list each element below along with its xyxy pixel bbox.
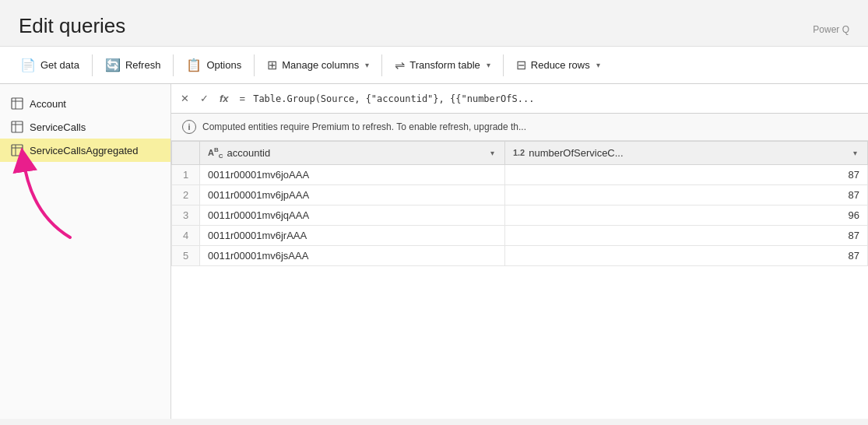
fx-button[interactable]: fx [216, 91, 232, 106]
table-row: 20011r00001mv6jpAAA87 [172, 184, 868, 205]
reduce-rows-label: Reduce rows [531, 59, 590, 71]
cancel-formula-button[interactable]: ✕ [177, 91, 192, 106]
manage-columns-chevron: ▾ [365, 61, 369, 69]
toolbar-divider-5 [503, 54, 504, 76]
cell-numberofservice: 87 [504, 225, 867, 245]
formula-equals: = [237, 93, 249, 104]
transform-table-button[interactable]: ⇌ Transform table ▾ [384, 47, 501, 83]
col-type-icon-service: 1.2 [513, 148, 525, 157]
cell-accountid: 0011r00001mv6joAAA [200, 164, 505, 184]
sidebar: Account ServiceCalls ServiceCallsAggrega… [0, 84, 171, 419]
confirm-formula-button[interactable]: ✓ [197, 91, 212, 106]
options-icon: 📋 [186, 58, 202, 72]
sidebar-item-account-label: Account [30, 98, 66, 110]
manage-columns-label: Manage columns [282, 59, 359, 71]
cell-rownum: 4 [172, 225, 200, 245]
col-header-rownum [172, 142, 200, 165]
cell-accountid: 0011r00001mv6jqAAA [200, 205, 505, 225]
manage-columns-icon: ⊞ [267, 58, 277, 72]
col-label-numberofservice: numberOfServiceC... [529, 147, 623, 159]
toolbar-divider-1 [92, 54, 93, 76]
cell-accountid: 0011r00001mv6jpAAA [200, 184, 505, 205]
reduce-rows-chevron: ▾ [596, 61, 600, 69]
sidebar-item-service-calls[interactable]: ServiceCalls [0, 115, 170, 139]
cell-numberofservice: 87 [504, 245, 867, 265]
content-area: ✕ ✓ fx = Table.Group(Source, {"accountid… [171, 84, 868, 419]
table-row: 30011r00001mv6jqAAA96 [172, 205, 868, 225]
reduce-rows-icon: ⊟ [516, 58, 526, 72]
manage-columns-button[interactable]: ⊞ Manage columns ▾ [256, 47, 380, 83]
info-icon: i [182, 120, 196, 134]
cell-rownum: 1 [172, 164, 200, 184]
toolbar: 📄 Get data 🔄 Refresh 📋 Options ⊞ Manage … [0, 47, 868, 84]
cell-rownum: 2 [172, 184, 200, 205]
options-button[interactable]: 📋 Options [175, 47, 252, 83]
cell-accountid: 0011r00001mv6jsAAA [200, 245, 505, 265]
col-type-icon-accountid: ABC [208, 146, 223, 160]
col-header-accountid[interactable]: ABC accountid ▾ [200, 142, 505, 165]
col-label-accountid: accountid [227, 147, 271, 159]
info-bar: i Computed entities require Premium to r… [171, 114, 868, 141]
toolbar-divider-3 [254, 54, 255, 76]
sidebar-item-service-calls-label: ServiceCalls [30, 121, 86, 133]
table-icon-3 [11, 144, 23, 156]
refresh-button[interactable]: 🔄 Refresh [94, 47, 172, 83]
cell-numberofservice: 87 [504, 184, 867, 205]
get-data-icon: 📄 [20, 58, 36, 72]
get-data-label: Get data [40, 59, 79, 71]
title-bar: Edit queries Power Q [0, 0, 868, 47]
get-data-button[interactable]: 📄 Get data [9, 47, 90, 83]
table-icon [11, 97, 23, 110]
col-dropdown-accountid[interactable]: ▾ [488, 148, 497, 158]
options-label: Options [206, 59, 241, 71]
svg-rect-0 [12, 98, 23, 109]
reduce-rows-button[interactable]: ⊟ Reduce rows ▾ [505, 47, 611, 83]
table-row: 50011r00001mv6jsAAA87 [172, 245, 868, 265]
cell-numberofservice: 87 [504, 164, 867, 184]
svg-rect-6 [12, 145, 23, 156]
col-header-numberofservice[interactable]: 1.2 numberOfServiceC... ▾ [504, 142, 867, 165]
sidebar-item-account[interactable]: Account [0, 92, 170, 115]
page-title: Edit queries [19, 14, 125, 38]
cell-numberofservice: 96 [504, 205, 867, 225]
info-message: Computed entities require Premium to ref… [202, 121, 526, 132]
formula-bar: ✕ ✓ fx = Table.Group(Source, {"accountid… [171, 84, 868, 114]
table-row: 40011r00001mv6jrAAA87 [172, 225, 868, 245]
sidebar-item-aggregated[interactable]: ServiceCallsAggregated [0, 139, 170, 162]
svg-rect-3 [12, 121, 23, 132]
transform-table-icon: ⇌ [395, 58, 405, 72]
table-icon-2 [11, 121, 23, 133]
cell-rownum: 5 [172, 245, 200, 265]
refresh-icon: 🔄 [105, 58, 121, 72]
main-area: Account ServiceCalls ServiceCallsAggrega… [0, 84, 868, 419]
formula-text: Table.Group(Source, {"accountid"}, {{"nu… [253, 93, 534, 104]
cell-rownum: 3 [172, 205, 200, 225]
results-table: ABC accountid ▾ 1.2 [171, 141, 868, 266]
toolbar-divider-4 [381, 54, 382, 76]
cell-accountid: 0011r00001mv6jrAAA [200, 225, 505, 245]
sidebar-item-aggregated-label: ServiceCallsAggregated [30, 145, 138, 156]
data-table: ABC accountid ▾ 1.2 [171, 141, 868, 419]
table-row: 10011r00001mv6joAAA87 [172, 164, 868, 184]
refresh-label: Refresh [125, 59, 161, 71]
transform-table-label: Transform table [409, 59, 480, 71]
app-label: Power Q [813, 24, 849, 38]
transform-table-chevron: ▾ [487, 61, 490, 69]
col-dropdown-numberofservice[interactable]: ▾ [851, 148, 859, 158]
toolbar-divider-2 [173, 54, 174, 76]
